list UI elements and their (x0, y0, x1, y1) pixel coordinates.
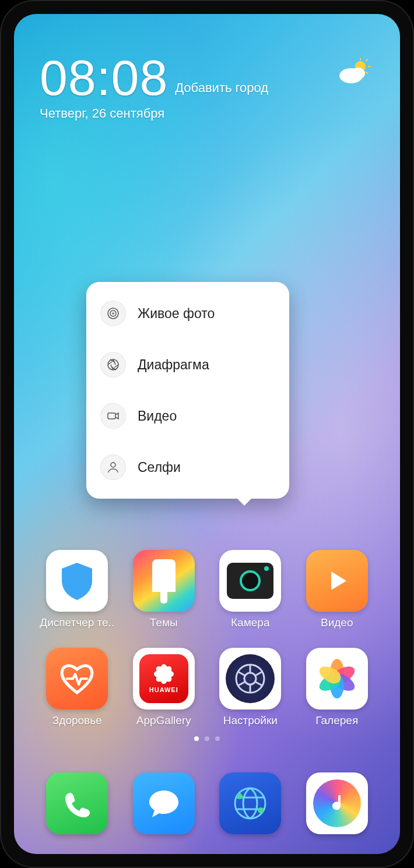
clock-date: Четверг, 26 сентября (40, 106, 374, 121)
camera-shortcut-popup: Живое фото Диафрагма Видео (86, 282, 289, 499)
video-icon (100, 403, 126, 429)
settings-icon (219, 648, 281, 710)
live-photo-icon (100, 301, 126, 326)
app-grid: Диспетчер те.. Темы Камера Видео (34, 550, 380, 727)
dock-app-phone[interactable] (36, 772, 118, 834)
browser-icon (219, 772, 281, 834)
app-label: Галерея (315, 714, 358, 727)
app-camera[interactable]: Камера (209, 550, 291, 629)
appgallery-icon: HUAWEI (133, 648, 195, 710)
health-icon (46, 648, 108, 710)
svg-point-14 (244, 673, 256, 684)
popup-item-live-photo[interactable]: Живое фото (86, 288, 289, 339)
app-label: Видео (321, 616, 353, 629)
camera-icon (219, 550, 281, 612)
page-indicator (14, 736, 400, 741)
app-label: Темы (150, 616, 178, 629)
video-app-icon (306, 550, 368, 612)
dock-app-browser[interactable] (209, 772, 291, 834)
app-label: Настройки (223, 714, 278, 727)
app-label: AppGallery (136, 714, 191, 727)
app-gallery[interactable]: Галерея (296, 648, 378, 727)
shield-icon (46, 550, 108, 612)
popup-item-video[interactable]: Видео (86, 390, 289, 442)
svg-point-6 (351, 68, 365, 79)
app-health[interactable]: Здоровье (36, 648, 118, 727)
svg-line-4 (366, 72, 367, 73)
gallery-icon (306, 648, 368, 710)
page-dot (205, 736, 209, 741)
svg-point-9 (112, 312, 114, 314)
clock-weather-widget[interactable]: 08:08 Добавить город Четверг, 26 сентябр… (40, 52, 374, 121)
app-label: Здоровье (52, 714, 102, 727)
app-appgallery[interactable]: HUAWEI AppGallery (123, 648, 205, 727)
popup-item-label: Селфи (138, 460, 181, 475)
phone-icon (46, 772, 108, 834)
appgallery-text: HUAWEI (149, 686, 178, 693)
svg-point-12 (111, 463, 115, 467)
svg-point-15 (235, 788, 265, 818)
page-dot-active (194, 736, 199, 741)
dock-app-music[interactable] (296, 772, 378, 834)
add-city-label[interactable]: Добавить город (175, 80, 268, 103)
app-themes[interactable]: Темы (123, 550, 205, 629)
app-settings[interactable]: Настройки (209, 648, 291, 727)
popup-item-label: Диафрагма (138, 357, 209, 373)
popup-item-selfie[interactable]: Селфи (86, 442, 289, 493)
dock-app-messages[interactable] (123, 772, 205, 834)
popup-item-label: Живое фото (138, 306, 215, 322)
weather-icon[interactable] (338, 58, 371, 86)
popup-item-label: Видео (138, 408, 177, 424)
clock-time: 08:08 (40, 52, 168, 103)
themes-icon (133, 550, 195, 612)
svg-rect-11 (108, 413, 115, 419)
svg-point-16 (237, 793, 243, 799)
svg-point-17 (258, 807, 264, 813)
page-dot (215, 736, 220, 741)
popup-item-aperture[interactable]: Диафрагма (86, 339, 289, 390)
app-label: Диспетчер те.. (40, 616, 114, 629)
messages-icon (133, 772, 195, 834)
app-video[interactable]: Видео (296, 550, 378, 629)
selfie-icon (100, 454, 126, 480)
music-icon (306, 772, 368, 834)
app-phone-manager[interactable]: Диспетчер те.. (36, 550, 118, 629)
app-label: Камера (231, 616, 269, 629)
dock (34, 772, 380, 834)
svg-line-3 (366, 59, 367, 61)
aperture-icon (100, 352, 126, 377)
home-screen[interactable]: 08:08 Добавить город Четверг, 26 сентябр… (14, 14, 400, 854)
phone-frame: 08:08 Добавить город Четверг, 26 сентябр… (0, 0, 414, 868)
